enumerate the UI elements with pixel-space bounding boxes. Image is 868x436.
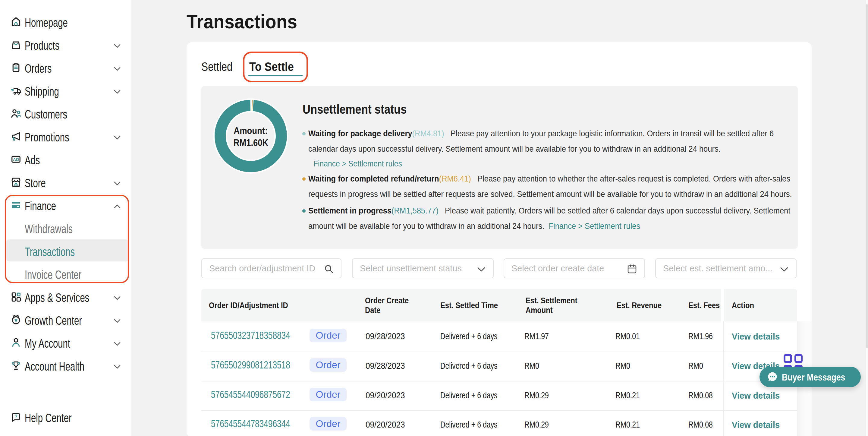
svg-text:?: ? [14, 414, 18, 419]
svg-text:AD: AD [13, 157, 19, 162]
